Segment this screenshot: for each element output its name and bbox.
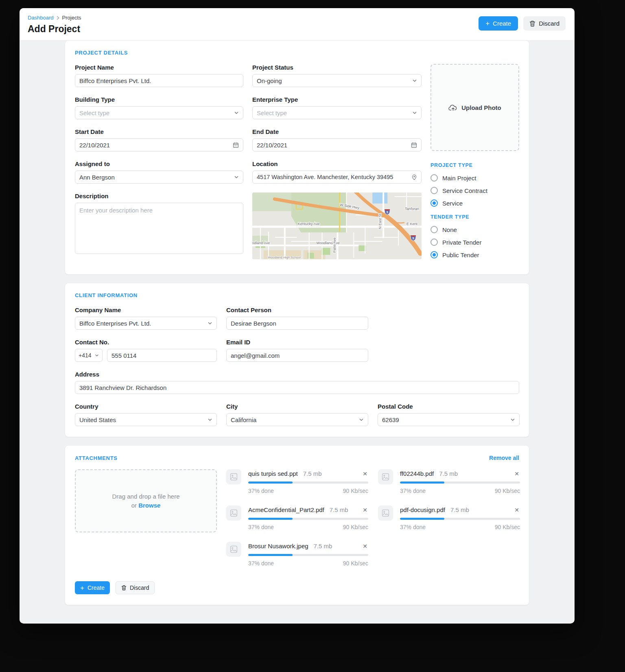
country-code-select[interactable]: +414 xyxy=(75,349,103,362)
map-label-woodland-ave-1: Woodland Ave xyxy=(252,241,270,245)
image-file-icon xyxy=(226,506,241,521)
file-size: 7.5 mb xyxy=(330,506,348,513)
remove-file-button[interactable]: ✕ xyxy=(514,471,520,477)
file-item: pdf-docusign.pdf 7.5 mb ✕ 37% done 90 Kb… xyxy=(378,506,520,530)
description-textarea[interactable] xyxy=(75,203,243,254)
radio-none[interactable]: None xyxy=(431,226,519,233)
upload-speed-label: 90 Kb/sec xyxy=(343,488,368,494)
attachments-card: ATTACHMENTS Remove all Drag and drop a f… xyxy=(65,446,529,605)
location-label: Location xyxy=(252,160,422,167)
progress-bar xyxy=(248,554,368,556)
plus-icon: + xyxy=(485,20,490,27)
project-details-title: PROJECT DETAILS xyxy=(75,50,519,56)
contact-person-input[interactable] xyxy=(226,317,368,330)
address-input[interactable] xyxy=(75,381,519,394)
breadcrumb: Dashboard Projects xyxy=(28,15,81,21)
postal-code-label: Postal Code xyxy=(378,403,520,410)
file-size: 7.5 mb xyxy=(303,470,322,477)
file-name: Brosur Nusawork.jpeg xyxy=(248,543,308,549)
file-name: ff02244b.pdf xyxy=(400,470,434,477)
remove-file-button[interactable]: ✕ xyxy=(514,507,520,513)
company-name-select[interactable]: Biffco Enterprises Pvt. Ltd. xyxy=(75,317,217,330)
project-type-title: PROJECT TYPE xyxy=(431,162,519,168)
postal-code-select[interactable]: 62639 xyxy=(378,413,520,426)
start-date-label: Start Date xyxy=(75,128,243,135)
start-date-input[interactable]: 22/10/2021 xyxy=(75,138,243,151)
image-file-icon xyxy=(378,506,393,521)
assigned-to-label: Assigned to xyxy=(75,160,243,167)
radio-public-tender[interactable]: Public Tender xyxy=(431,251,519,258)
upload-photo-label: Upload Photo xyxy=(461,104,501,111)
dropzone-text: Drag and drop a file here xyxy=(112,492,180,501)
file-item: Brosur Nusawork.jpeg 7.5 mb ✕ 37% done 9… xyxy=(226,542,368,567)
end-date-input[interactable]: 22/10/2021 xyxy=(252,138,422,151)
trash-icon xyxy=(529,20,535,27)
radio-icon xyxy=(431,226,438,233)
radio-service-contract[interactable]: Service Contract xyxy=(431,187,519,194)
browse-link[interactable]: Browse xyxy=(138,502,160,509)
calendar-icon xyxy=(411,142,417,148)
building-type-select[interactable]: Select type xyxy=(75,106,243,119)
location-map[interactable]: W Side Hwy Kentucky Ave E Kent Woodland … xyxy=(252,193,422,259)
upload-photo-dropzone[interactable]: Upload Photo xyxy=(431,64,519,151)
city-label: City xyxy=(226,403,368,410)
project-status-label: Project Status xyxy=(252,64,422,71)
map-label-n-east-st: N East St xyxy=(378,214,382,229)
email-id-label: Email ID xyxy=(226,339,368,346)
svg-text:5: 5 xyxy=(413,237,414,240)
location-input[interactable]: 4517 Washington Ave. Manchester, Kentuck… xyxy=(252,171,422,184)
discard-button[interactable]: Discard xyxy=(523,16,566,31)
radio-icon xyxy=(431,187,438,194)
enterprise-type-select[interactable]: Select type xyxy=(252,106,422,119)
remove-file-button[interactable]: ✕ xyxy=(362,507,368,513)
create-button[interactable]: + Create xyxy=(479,16,518,31)
project-name-label: Project Name xyxy=(75,64,243,71)
breadcrumb-dashboard-link[interactable]: Dashboard xyxy=(28,15,54,21)
chevron-down-icon xyxy=(95,353,99,357)
company-name-label: Company Name xyxy=(75,306,217,313)
progress-done-label: 37% done xyxy=(248,560,274,567)
chevron-down-icon xyxy=(234,175,239,179)
file-dropzone[interactable]: Drag and drop a file here or Browse xyxy=(75,469,217,532)
chevron-down-icon xyxy=(510,417,515,422)
file-name: quis turpis sed.ppt xyxy=(248,470,298,477)
address-label: Address xyxy=(75,371,519,378)
radio-main-project[interactable]: Main Project xyxy=(431,174,519,182)
assigned-to-select[interactable]: Ann Bergson xyxy=(75,171,243,184)
email-id-input[interactable] xyxy=(226,349,368,362)
image-file-icon xyxy=(226,469,241,484)
remove-file-button[interactable]: ✕ xyxy=(362,471,368,477)
progress-done-label: 37% done xyxy=(400,488,426,494)
calendar-icon xyxy=(233,142,239,148)
project-name-input[interactable] xyxy=(75,74,243,87)
upload-speed-label: 90 Kb/sec xyxy=(343,524,368,530)
contact-person-label: Contact Person xyxy=(226,306,368,313)
map-pin-icon xyxy=(411,174,417,180)
chevron-down-icon xyxy=(234,110,239,115)
project-status-select[interactable]: On-going xyxy=(252,74,422,87)
radio-private-tender[interactable]: Private Tender xyxy=(431,239,519,246)
description-label: Description xyxy=(75,193,243,199)
progress-bar xyxy=(248,518,368,520)
breadcrumb-current: Projects xyxy=(62,15,81,21)
page-title: Add Project xyxy=(28,24,81,35)
file-size: 7.5 mb xyxy=(450,506,469,513)
client-information-title: CLIENT INFORMATION xyxy=(75,292,519,298)
remove-all-link[interactable]: Remove all xyxy=(489,455,519,461)
remove-file-button[interactable]: ✕ xyxy=(362,543,368,549)
city-select[interactable]: California xyxy=(226,413,368,426)
discard-button-bottom[interactable]: Discard xyxy=(116,581,155,594)
country-select[interactable]: United States xyxy=(75,413,217,426)
radio-service[interactable]: Service xyxy=(431,199,519,207)
svg-text:5: 5 xyxy=(387,211,388,214)
create-button-bottom[interactable]: + Create xyxy=(75,581,110,594)
file-name: pdf-docusign.pdf xyxy=(400,506,445,513)
chevron-right-icon xyxy=(57,16,59,20)
progress-done-label: 37% done xyxy=(400,524,426,530)
file-item: AcmeConfidential_Part2.pdf 7.5 mb ✕ 37% … xyxy=(226,506,368,530)
phone-number-input[interactable] xyxy=(107,349,217,362)
file-item: ff02244b.pdf 7.5 mb ✕ 37% done 90 Kb/sec xyxy=(378,469,520,494)
chevron-down-icon xyxy=(359,417,364,422)
building-type-label: Building Type xyxy=(75,96,243,103)
map-label-school: Woodland High School xyxy=(268,256,301,259)
